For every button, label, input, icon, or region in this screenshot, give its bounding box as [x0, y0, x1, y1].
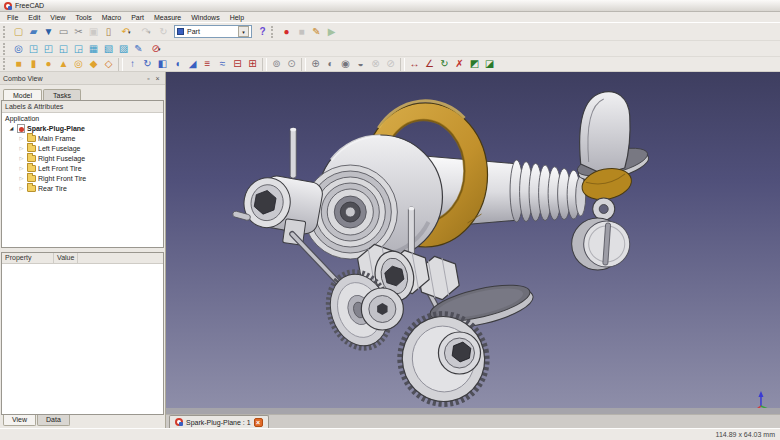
- spark-plug-plane-model[interactable]: [232, 92, 651, 408]
- print-button[interactable]: ▭ ▾: [56, 24, 71, 39]
- collapse-arrow-icon[interactable]: ▷: [18, 145, 25, 151]
- boolean-union-button[interactable]: ◉: [338, 57, 353, 72]
- close-document-icon[interactable]: ×: [254, 418, 263, 427]
- wheel-hub-ring[interactable]: [361, 288, 403, 330]
- tree-item[interactable]: ▷ Right Front Tire: [2, 173, 163, 183]
- workbench-selector[interactable]: Part ▾: [174, 25, 252, 38]
- save-file-button[interactable]: ▼ ▾: [41, 24, 56, 39]
- cross-sections-button[interactable]: ⊞: [245, 57, 260, 72]
- view-right-button[interactable]: ◲ ▾: [71, 41, 86, 56]
- section-button[interactable]: ⊟: [230, 57, 245, 72]
- 3d-viewport[interactable]: [166, 72, 780, 408]
- expand-arrow-icon[interactable]: ◢: [8, 125, 15, 131]
- macro-record-button[interactable]: ●: [279, 24, 294, 39]
- tree-item[interactable]: ▷ Left Fuselage: [2, 143, 163, 153]
- tree-item-document[interactable]: ◢ Spark-Plug-Plane: [2, 123, 163, 133]
- measure-linear-button[interactable]: ↔: [407, 57, 422, 72]
- macro-stop-button[interactable]: ■: [294, 24, 309, 39]
- revolve-button[interactable]: ↻: [140, 57, 155, 72]
- menu-item[interactable]: Edit: [23, 13, 45, 22]
- offset-button[interactable]: ⊚: [269, 57, 284, 72]
- shape-builder-button[interactable]: ◇: [101, 57, 116, 72]
- measure-refresh-button[interactable]: ↻: [437, 57, 452, 72]
- copy-button[interactable]: ▣ ▾: [86, 24, 101, 39]
- tree-item[interactable]: ▷ Left Front Tire: [2, 163, 163, 173]
- boolean-cut-button[interactable]: ◐: [323, 57, 338, 72]
- tab-tasks[interactable]: Tasks: [43, 89, 81, 100]
- refresh-button[interactable]: ↻ ▾: [156, 24, 171, 39]
- whats-this-button[interactable]: ?: [255, 24, 270, 39]
- threaded-section[interactable]: [510, 160, 586, 222]
- split-objects-button[interactable]: ⊘: [383, 57, 398, 72]
- collapse-arrow-icon[interactable]: ▷: [18, 185, 25, 191]
- tree-root-application[interactable]: Application: [2, 113, 163, 123]
- collapse-arrow-icon[interactable]: ▷: [18, 175, 25, 181]
- open-file-button[interactable]: ▰ ▾: [26, 24, 41, 39]
- rear-tire[interactable]: [572, 218, 630, 270]
- tree-item[interactable]: ▷ Right Fuselage: [2, 153, 163, 163]
- toolbar-grip[interactable]: [3, 58, 8, 70]
- close-panel-button[interactable]: ×: [153, 74, 162, 83]
- cut-button[interactable]: ✂ ▾: [71, 24, 86, 39]
- menu-item[interactable]: File: [2, 13, 23, 22]
- part-cone-button[interactable]: ▲: [56, 57, 71, 72]
- view-front-button[interactable]: ◰ ▾: [41, 41, 56, 56]
- collapse-arrow-icon[interactable]: ▷: [18, 135, 25, 141]
- boolean-button[interactable]: ⊕: [308, 57, 323, 72]
- view-bottom-button[interactable]: ▧ ▾: [101, 41, 116, 56]
- toolbar-grip[interactable]: [3, 43, 8, 55]
- tree-item[interactable]: ▷ Rear Tire: [2, 183, 163, 193]
- nose-hex-cylinder[interactable]: [240, 171, 324, 236]
- thickness-button[interactable]: ⊙: [284, 57, 299, 72]
- measure-angular-button[interactable]: ∠: [422, 57, 437, 72]
- tail-assembly[interactable]: [572, 92, 652, 270]
- menu-item[interactable]: Tools: [70, 13, 96, 22]
- new-file-button[interactable]: ▢ ▾: [11, 24, 26, 39]
- part-cylinder-button[interactable]: ▮: [26, 57, 41, 72]
- view-left-button[interactable]: ▨ ▾: [116, 41, 131, 56]
- fillet-button[interactable]: ◖: [170, 57, 185, 72]
- draw-style-button[interactable]: ⊘ ▾: [146, 41, 166, 56]
- mirror-button[interactable]: ◧: [155, 57, 170, 72]
- view-rear-button[interactable]: ▦ ▾: [86, 41, 101, 56]
- measure-toggle-3d-button[interactable]: ◪: [482, 57, 497, 72]
- tab-data[interactable]: Data: [37, 415, 70, 426]
- document-tab[interactable]: Spark-Plug-Plane : 1 ×: [169, 415, 269, 428]
- menu-item[interactable]: Help: [225, 13, 249, 22]
- connect-objects-button[interactable]: ⊗: [368, 57, 383, 72]
- combo-view-titlebar[interactable]: Combo View ▫ ×: [0, 72, 165, 85]
- create-primitives-button[interactable]: ◆: [86, 57, 101, 72]
- menu-item[interactable]: Measure: [149, 13, 186, 22]
- toolbar-grip[interactable]: [3, 26, 8, 38]
- measure-clear-all-button[interactable]: ✗: [452, 57, 467, 72]
- menu-item[interactable]: Macro: [97, 13, 126, 22]
- tree-item[interactable]: ▷ Main Frame: [2, 133, 163, 143]
- workbench-dropdown-arrow-icon[interactable]: ▾: [238, 26, 249, 37]
- float-panel-button[interactable]: ▫: [144, 74, 153, 83]
- title-bar[interactable]: FreeCAD: [0, 0, 780, 12]
- boolean-common-button[interactable]: ◒: [353, 57, 368, 72]
- toolbar-grip[interactable]: [271, 26, 276, 38]
- menu-item[interactable]: Windows: [186, 13, 224, 22]
- part-torus-button[interactable]: ◎: [71, 57, 86, 72]
- tab-view[interactable]: View: [3, 415, 36, 426]
- tab-model[interactable]: Model: [3, 89, 42, 100]
- macro-edit-button[interactable]: ✎: [309, 24, 324, 39]
- part-box-button[interactable]: ■: [11, 57, 26, 72]
- redo-button[interactable]: ↷ ▾: [136, 24, 156, 39]
- macro-play-button[interactable]: ▶: [324, 24, 339, 39]
- extrude-button[interactable]: ↑: [125, 57, 140, 72]
- view-top-button[interactable]: ◱ ▾: [56, 41, 71, 56]
- menu-item[interactable]: View: [45, 13, 70, 22]
- collapse-arrow-icon[interactable]: ▷: [18, 155, 25, 161]
- fit-all-button[interactable]: ◎ ▾: [11, 41, 26, 56]
- menu-item[interactable]: Part: [126, 13, 149, 22]
- part-sphere-button[interactable]: ●: [41, 57, 56, 72]
- loft-button[interactable]: ≡: [200, 57, 215, 72]
- undo-button[interactable]: ↶ ▾: [116, 24, 136, 39]
- measure-toggle-all-button[interactable]: ◩: [467, 57, 482, 72]
- measure-distance-button[interactable]: ✎ ▾: [131, 41, 146, 56]
- view-axonometric-button[interactable]: ◳ ▾: [26, 41, 41, 56]
- chamfer-button[interactable]: ◢: [185, 57, 200, 72]
- collapse-arrow-icon[interactable]: ▷: [18, 165, 25, 171]
